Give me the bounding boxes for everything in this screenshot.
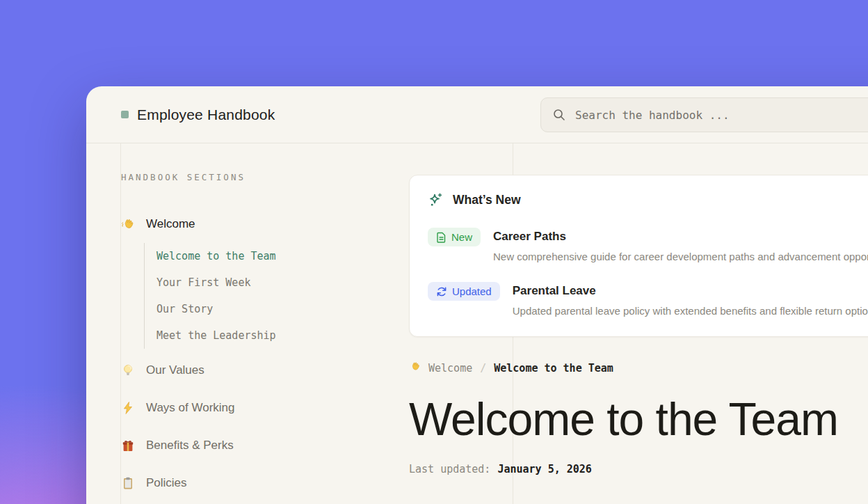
header-bar: Employee Handbook: [86, 86, 868, 143]
wave-emoji-icon: [409, 361, 421, 375]
badge-label: New: [451, 231, 472, 243]
updated-badge: Updated: [428, 282, 500, 301]
last-updated-label: Last updated:: [409, 463, 490, 475]
sidebar-subitem-welcome-to-the-team[interactable]: Welcome to the Team: [156, 243, 385, 269]
sidebar-item-label: Our Values: [146, 363, 204, 377]
main-content: What’s New New Career Paths New comprehe…: [409, 175, 868, 475]
entry-text: Career Paths New comprehensive guide for…: [493, 228, 868, 262]
sidebar-item-welcome[interactable]: Welcome: [121, 215, 385, 233]
breadcrumb-page: Welcome to the Team: [494, 362, 613, 375]
whats-new-entry[interactable]: Updated Parental Leave Updated parental …: [428, 282, 868, 317]
sidebar-item-label: Welcome: [146, 217, 195, 231]
app-brand: Employee Handbook: [121, 107, 275, 123]
sidebar-item-our-values[interactable]: Our Values: [121, 361, 385, 379]
whats-new-title: What’s New: [453, 193, 521, 207]
lightbulb-emoji-icon: [121, 363, 135, 377]
breadcrumb: Welcome / Welcome to the Team: [409, 361, 868, 375]
entry-text: Parental Leave Updated parental leave po…: [513, 282, 868, 317]
sidebar-item-label: Ways of Working: [146, 401, 235, 415]
sidebar-subitem-your-first-week[interactable]: Your First Week: [156, 269, 385, 296]
new-badge: New: [428, 228, 481, 246]
app-title: Employee Handbook: [137, 107, 275, 123]
logo-square-icon: [121, 111, 129, 118]
sidebar-item-policies[interactable]: Policies: [121, 474, 385, 492]
last-updated: Last updated: January 5, 2026: [409, 463, 868, 475]
refresh-icon: [436, 286, 447, 297]
wave-emoji-icon: [121, 217, 135, 231]
entry-description: New comprehensive guide for career devel…: [493, 251, 868, 262]
sparkle-icon: [428, 192, 444, 208]
breadcrumb-section[interactable]: Welcome: [428, 362, 472, 375]
lightning-emoji-icon: [121, 401, 135, 415]
entry-title: Career Paths: [493, 228, 868, 246]
gift-emoji-icon: [121, 439, 135, 452]
entry-title: Parental Leave: [513, 282, 868, 300]
sidebar-subitem-meet-the-leadership[interactable]: Meet the Leadership: [156, 322, 385, 349]
last-updated-value: January 5, 2026: [497, 463, 591, 475]
page-title: Welcome to the Team: [409, 396, 868, 442]
sidebar-subitem-our-story[interactable]: Our Story: [156, 296, 385, 322]
content-area: HANDBOOK SECTIONS Welcome Welcome to the…: [86, 143, 868, 504]
handbook-window: Employee Handbook HANDBOOK SECTIONS: [86, 86, 868, 504]
sidebar-item-ways-of-working[interactable]: Ways of Working: [121, 399, 385, 417]
whats-new-card: What’s New New Career Paths New comprehe…: [409, 175, 868, 337]
search-icon: [553, 109, 565, 121]
whats-new-header: What’s New: [428, 192, 868, 208]
breadcrumb-separator: /: [480, 362, 486, 375]
search-input[interactable]: [575, 109, 868, 122]
sidebar-sublist-welcome: Welcome to the Team Your First Week Our …: [144, 243, 385, 349]
whats-new-entry[interactable]: New Career Paths New comprehensive guide…: [428, 228, 868, 262]
document-icon: [436, 232, 447, 243]
clipboard-emoji-icon: [121, 476, 135, 490]
sidebar: HANDBOOK SECTIONS Welcome Welcome to the…: [121, 173, 385, 492]
sidebar-item-label: Policies: [146, 476, 187, 490]
search-box[interactable]: [540, 97, 868, 132]
sidebar-item-label: Benefits & Perks: [146, 439, 234, 452]
sidebar-section-label: HANDBOOK SECTIONS: [121, 173, 385, 182]
entry-description: Updated parental leave policy with exten…: [513, 305, 868, 317]
badge-label: Updated: [452, 285, 492, 297]
sidebar-item-benefits-perks[interactable]: Benefits & Perks: [121, 436, 385, 455]
